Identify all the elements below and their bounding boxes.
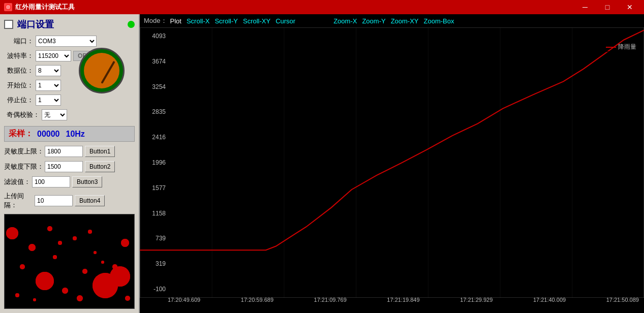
maximize-button[interactable]: □ xyxy=(597,2,618,12)
port-label: 端口： xyxy=(4,37,34,46)
sensitivity-lower-input[interactable] xyxy=(45,161,83,172)
scatter-plot xyxy=(4,214,135,309)
port-settings-header: 端口设置 xyxy=(4,18,135,30)
connection-status-dot xyxy=(128,21,135,28)
button4[interactable]: Button4 xyxy=(75,195,105,206)
startbit-select[interactable]: 1 xyxy=(36,80,61,91)
title-bar-left: 红外雨量计测试工具 xyxy=(4,3,75,12)
sensitivity-upper-label: 灵敏度上限： xyxy=(4,147,45,156)
button3[interactable]: Button3 xyxy=(72,176,102,187)
svg-point-0 xyxy=(6,5,11,10)
baud-select[interactable]: 115200 9600 xyxy=(36,50,71,61)
chart-toolbar: Mode： Plot Scroll-X Scroll-Y Scroll-XY C… xyxy=(140,14,644,27)
stopbit-row: 停止位： 1 xyxy=(4,95,135,106)
svg-rect-1 xyxy=(140,27,644,298)
scatter-dot xyxy=(73,236,77,240)
scatter-dot xyxy=(121,239,129,247)
chart-legend: — 降雨量 xyxy=(606,43,636,51)
databits-label: 数据位： xyxy=(4,66,34,75)
baud-label: 波特率： xyxy=(4,51,34,60)
scatter-dot xyxy=(53,255,57,259)
chart-line-svg xyxy=(140,27,644,298)
scatter-dot xyxy=(15,293,19,297)
toolbar-zoom-xy[interactable]: Zoom-XY xyxy=(391,17,419,25)
mode-label: Mode： xyxy=(144,16,167,25)
filter-label: 滤波值： xyxy=(4,177,32,186)
x-axis-label: 17:20:59.689 xyxy=(241,297,273,303)
scatter-dot xyxy=(82,269,87,274)
scatter-dot xyxy=(20,264,25,269)
button1[interactable]: Button1 xyxy=(85,146,115,157)
sensitivity-upper-row: 灵敏度上限： Button1 xyxy=(4,146,135,157)
left-panel: 端口设置 端口： COM3 COM1 COM2 波特率： 115200 9600… xyxy=(0,14,140,313)
databits-row: 数据位： 8 7 xyxy=(4,65,135,76)
chart-with-axes: 40933674325428352416199615771158739319-1… xyxy=(140,27,644,313)
scatter-dot xyxy=(36,272,54,290)
gauge-area xyxy=(79,45,125,96)
gauge-outer xyxy=(79,48,125,93)
filter-input[interactable] xyxy=(32,176,70,187)
button2[interactable]: Button2 xyxy=(85,161,115,172)
toolbar-zoom-y[interactable]: Zoom-Y xyxy=(362,17,385,25)
port-checkbox[interactable] xyxy=(4,20,13,29)
close-button[interactable]: ✕ xyxy=(620,2,640,12)
stopbit-select[interactable]: 1 xyxy=(36,95,61,106)
scatter-dot xyxy=(47,226,52,231)
toolbar-zoom-x[interactable]: Zoom-X xyxy=(333,17,357,25)
main-content: 端口设置 端口： COM3 COM1 COM2 波特率： 115200 9600… xyxy=(0,14,644,313)
gauge-needle xyxy=(101,61,115,84)
sample-label: 采样： xyxy=(9,129,33,139)
scatter-dot xyxy=(101,261,104,264)
x-axis: 17:20:49.60917:20:59.68917:21:09.76917:2… xyxy=(168,297,639,312)
x-axis-label: 17:21:09.769 xyxy=(314,297,347,303)
scatter-dot xyxy=(88,230,92,234)
toolbar-cursor[interactable]: Cursor xyxy=(275,17,295,25)
x-axis-label: 17:21:50.089 xyxy=(606,297,639,303)
app-icon xyxy=(4,3,12,11)
toolbar-plot[interactable]: Plot xyxy=(170,17,181,25)
title-controls: ─ □ ✕ xyxy=(575,2,640,12)
toolbar-scroll-x[interactable]: Scroll-X xyxy=(187,17,210,25)
scatter-dot xyxy=(6,227,18,239)
scatter-dot xyxy=(58,241,62,245)
x-axis-label: 17:21:40.009 xyxy=(533,297,566,303)
upload-interval-input[interactable] xyxy=(35,195,73,206)
databits-select[interactable]: 8 7 xyxy=(36,65,61,76)
minimize-button[interactable]: ─ xyxy=(575,2,595,12)
x-axis-label: 17:21:29.929 xyxy=(460,297,493,303)
upload-interval-label: 上传间隔： xyxy=(4,192,35,210)
parity-select[interactable]: 无 奇 偶 xyxy=(42,109,67,120)
x-axis-label: 17:21:19.849 xyxy=(387,297,419,303)
legend-text: 降雨量 xyxy=(618,43,636,51)
sample-rate: 10Hz xyxy=(66,130,85,139)
parity-label: 奇偶校验： xyxy=(4,110,40,119)
app-title: 红外雨量计测试工具 xyxy=(15,3,75,12)
toolbar-scroll-y[interactable]: Scroll-Y xyxy=(214,17,238,25)
scatter-dot xyxy=(94,251,97,254)
scatter-dot xyxy=(125,296,130,301)
filter-row: 滤波值： Button3 xyxy=(4,176,135,187)
port-settings-title: 端口设置 xyxy=(17,18,54,30)
toolbar-zoom-box[interactable]: Zoom-Box xyxy=(424,17,454,25)
chart-svg-container: — 降雨量 xyxy=(140,27,644,298)
sensitivity-lower-label: 灵敏度下限： xyxy=(4,162,45,171)
sensitivity-lower-row: 灵敏度下限： Button2 xyxy=(4,161,135,172)
sensitivity-upper-input[interactable] xyxy=(45,146,83,157)
scatter-dot xyxy=(62,288,68,294)
gauge-inner xyxy=(84,53,119,88)
x-axis-label: 17:20:49.609 xyxy=(168,297,200,303)
scatter-dot xyxy=(28,244,36,251)
title-bar: 红外雨量计测试工具 ─ □ ✕ xyxy=(0,0,644,14)
scatter-dot xyxy=(77,295,83,301)
sample-row: 采样： 00000 10Hz xyxy=(4,126,135,142)
scatter-dot xyxy=(33,298,36,301)
upload-interval-row: 上传间隔： Button4 xyxy=(4,192,135,210)
scatter-dot xyxy=(110,266,130,287)
chart-panel: Mode： Plot Scroll-X Scroll-Y Scroll-XY C… xyxy=(140,14,644,313)
sample-value: 00000 xyxy=(37,130,60,139)
startbit-label: 开始位： xyxy=(4,81,34,90)
toolbar-scroll-xy[interactable]: Scroll-XY xyxy=(243,17,270,25)
parity-row: 奇偶校验： 无 奇 偶 xyxy=(4,109,135,120)
stopbit-label: 停止位： xyxy=(4,96,34,105)
legend-line-icon: — xyxy=(606,47,616,48)
